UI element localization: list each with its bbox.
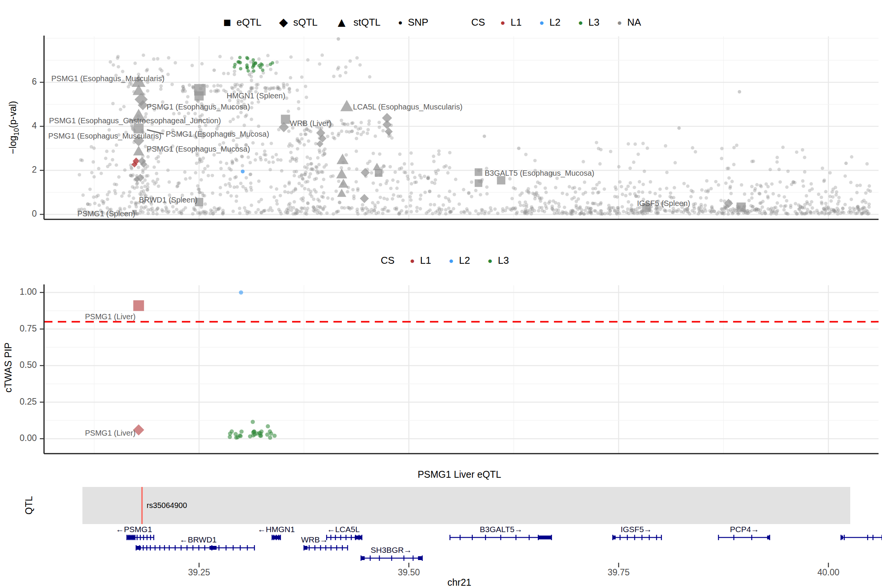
snp-point	[617, 206, 620, 209]
snp-point	[159, 87, 163, 91]
qtl-snp-label: rs35064900	[147, 501, 187, 510]
L3-legend-dot-icon: ●	[488, 256, 493, 265]
snp-point	[199, 178, 203, 181]
snp-point	[804, 212, 807, 216]
snp-point	[627, 142, 630, 145]
snp-point	[343, 122, 347, 126]
snp-point	[811, 206, 814, 210]
snp-point	[550, 204, 554, 208]
snp-point	[351, 188, 355, 191]
snp-point	[496, 212, 500, 215]
snp-point	[508, 177, 512, 181]
snp-point	[837, 209, 840, 212]
square-qtl-marker	[737, 203, 746, 212]
snp-point	[190, 192, 194, 196]
snp-point	[114, 192, 117, 195]
l3-snp-point	[233, 63, 237, 66]
snp-point	[381, 212, 384, 215]
snp-point	[405, 205, 408, 209]
snp-point	[626, 207, 629, 211]
snp-point	[418, 197, 422, 201]
snp-point	[543, 210, 546, 213]
snp-point	[286, 83, 289, 87]
snp-point	[293, 158, 297, 161]
snp-point	[686, 207, 689, 211]
snp-point	[115, 143, 118, 147]
snp-point	[282, 84, 286, 88]
snp-point	[142, 54, 145, 57]
snp-point	[337, 180, 340, 183]
snp-point	[382, 197, 386, 200]
snp-point	[536, 194, 539, 197]
snp-point	[396, 180, 400, 183]
snp-point	[786, 170, 790, 173]
snp-point	[378, 152, 381, 156]
snp-point	[232, 118, 235, 121]
snp-point	[229, 177, 232, 181]
snp-point	[301, 177, 305, 181]
snp-point	[700, 188, 704, 192]
snp-point	[337, 132, 341, 135]
snp-point	[290, 191, 293, 194]
snp-point	[555, 211, 559, 215]
snp-point	[321, 207, 325, 210]
snp-point	[366, 132, 369, 135]
snp-point	[115, 183, 118, 186]
snp-point	[191, 212, 194, 216]
snp-point	[309, 193, 312, 196]
snp-point	[318, 62, 321, 66]
snp-point	[634, 142, 637, 146]
snp-point	[300, 173, 303, 176]
snp-point	[374, 212, 378, 215]
snp-point	[720, 157, 724, 160]
snp-point	[345, 153, 348, 157]
snp-point	[584, 191, 587, 194]
snp-point	[513, 207, 516, 211]
snp-point	[303, 173, 307, 176]
qtl-point-label: PSMG1 (Esophagus_Gastroesophageal_Juncti…	[49, 116, 221, 125]
snp-point	[161, 129, 165, 133]
snp-point	[137, 166, 140, 169]
snp-point	[585, 206, 588, 209]
snp-point	[317, 171, 321, 174]
snp-point	[306, 201, 309, 205]
snp-point	[204, 203, 207, 206]
square-qtl-marker	[194, 91, 204, 101]
snp-point	[177, 112, 181, 115]
snp-point	[234, 175, 238, 179]
snp-point	[264, 158, 268, 162]
snp-point	[285, 96, 288, 100]
snp-point	[439, 211, 442, 214]
snp-point	[715, 212, 719, 216]
snp-point	[260, 211, 263, 215]
snp-point	[638, 180, 641, 183]
snp-point	[356, 132, 359, 135]
snp-point	[785, 199, 788, 203]
snp-point	[249, 186, 253, 189]
snp-point	[825, 205, 828, 209]
legend-label: stQTL	[353, 16, 381, 28]
snp-point	[157, 185, 160, 188]
snp-point	[808, 203, 812, 206]
snp-point	[794, 202, 797, 205]
snp-point	[641, 142, 645, 145]
snp-point	[583, 212, 586, 216]
snp-point	[269, 168, 272, 172]
l3-snp-point	[261, 69, 265, 72]
y-tick-label: 0.75	[20, 323, 37, 333]
snp-point	[705, 179, 709, 183]
snp-point	[554, 186, 557, 189]
snp-point	[108, 190, 111, 194]
snp-point	[834, 186, 837, 189]
snp-point	[621, 193, 624, 196]
snp-point	[286, 191, 290, 194]
snp-point	[316, 205, 319, 208]
snp-point	[78, 173, 81, 176]
snp-point	[292, 174, 296, 177]
snp-point	[704, 189, 707, 193]
snp-point	[730, 180, 734, 183]
snp-point	[274, 153, 278, 157]
snp-point	[766, 185, 770, 188]
snp-point	[112, 63, 115, 67]
snp-point	[533, 159, 537, 162]
